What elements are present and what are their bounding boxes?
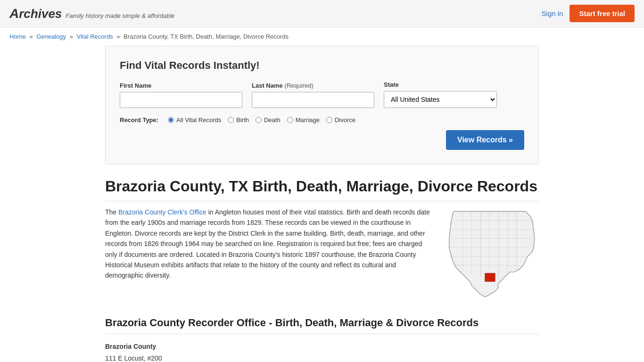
content-section: The Brazoria County Clerk's Office in An… [105,207,539,303]
radio-death-input[interactable] [256,117,262,123]
search-form-row: First Name Last Name (Required) State Al… [120,81,524,108]
radio-divorce-label: Divorce [335,116,355,123]
first-name-label: First Name [120,82,242,89]
radio-all-vital: All Vital Records [168,116,221,123]
breadcrumb: Home » Genealogy » Vital Records » Brazo… [0,27,644,46]
radio-birth-input[interactable] [228,117,234,123]
main-content: Find Vital Records Instantly! First Name… [96,46,548,362]
breadcrumb-sep-3: » [116,33,120,40]
last-name-group: Last Name (Required) [252,82,374,108]
view-records-button[interactable]: View Records » [446,130,524,150]
breadcrumb-home[interactable]: Home [9,33,26,40]
breadcrumb-sep-2: » [70,33,73,40]
breadcrumb-vital-records[interactable]: Vital Records [77,33,113,40]
radio-marriage-label: Marriage [296,116,320,123]
record-type-row-container: Record Type: All Vital Records Birth Dea… [120,116,524,150]
texas-outline [449,212,535,297]
radio-death: Death [256,116,281,123]
last-name-input[interactable] [252,92,374,108]
last-name-label: Last Name (Required) [252,82,374,89]
clerks-office-link[interactable]: Brazoria County Clerk's Office [118,208,206,216]
county-name: Brazoria County [105,341,539,353]
address1: 111 E Locust, #200 [105,353,539,362]
recorder-title: Brazoria County Recorder Office - Birth,… [105,317,539,334]
header-left: Archives Family history made simple & af… [9,6,175,21]
page-title: Brazoria County, TX Birth, Death, Marria… [105,178,539,201]
state-select[interactable]: All United StatesAlabamaAlaskaArizonaArk… [384,91,497,108]
radio-divorce: Divorce [326,116,355,123]
recorder-section: Brazoria County Recorder Office - Birth,… [105,317,539,362]
first-name-input[interactable] [120,92,242,108]
breadcrumb-current: Brazoria County, TX Birth, Death, Marria… [124,33,289,40]
first-name-group: First Name [120,82,242,108]
sign-in-link[interactable]: Sign in [542,9,563,17]
tagline: Family history made simple & affordable [66,12,174,19]
header: Archives Family history made simple & af… [0,0,644,27]
record-type-row: Record Type: All Vital Records Birth Dea… [120,116,524,123]
recorder-details: Brazoria County 111 E Locust, #200 Angle… [105,341,539,362]
breadcrumb-sep-1: » [29,33,33,40]
texas-map-svg [445,207,544,301]
content-text: The Brazoria County Clerk's Office in An… [105,207,430,303]
radio-marriage: Marriage [287,116,320,123]
radio-birth: Birth [228,116,249,123]
header-right: Sign in Start free trial [542,5,635,22]
search-title: Find Vital Records Instantly! [120,59,524,72]
record-type-label: Record Type: [120,116,158,123]
breadcrumb-genealogy[interactable]: Genealogy [36,33,66,40]
state-label: State [384,81,497,88]
state-group: State All United StatesAlabamaAlaskaAriz… [384,81,497,108]
radio-divorce-input[interactable] [326,117,332,123]
brazoria-county-highlight [485,273,495,281]
start-trial-button[interactable]: Start free trial [570,5,635,22]
radio-all-vital-input[interactable] [168,117,174,123]
radio-marriage-input[interactable] [287,117,293,123]
archives-logo: Archives [9,6,62,21]
texas-map [445,207,539,303]
radio-all-vital-label: All Vital Records [176,116,221,123]
search-box: Find Vital Records Instantly! First Name… [105,46,539,165]
radio-birth-label: Birth [236,116,249,123]
content-paragraph: The Brazoria County Clerk's Office in An… [105,207,430,281]
radio-death-label: Death [264,116,281,123]
